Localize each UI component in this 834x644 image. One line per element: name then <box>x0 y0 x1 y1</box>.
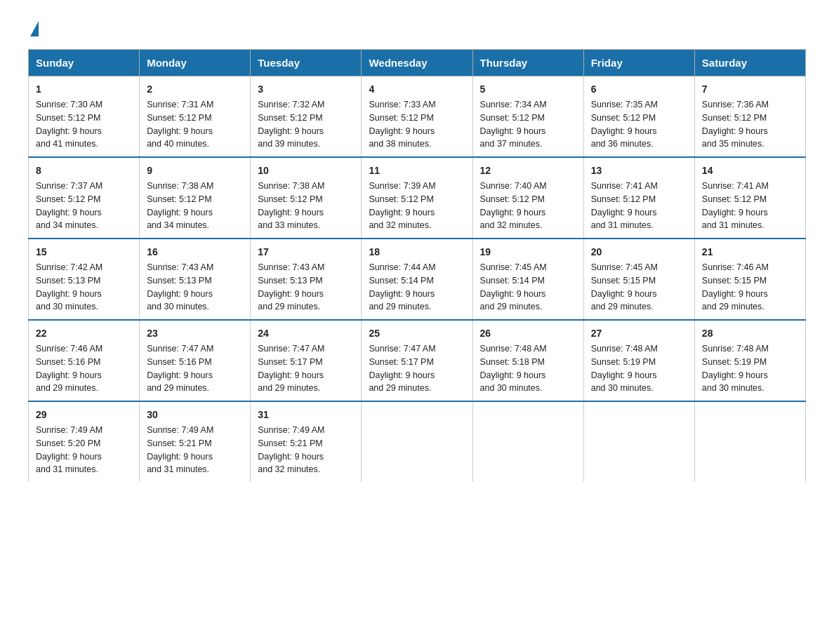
daylight-label: Daylight: 9 hours <box>258 452 324 462</box>
daylight-label: Daylight: 9 hours <box>147 370 213 380</box>
calendar-cell: 24Sunrise: 7:47 AMSunset: 5:17 PMDayligh… <box>251 320 362 401</box>
day-number: 10 <box>258 163 354 178</box>
calendar-cell: 14Sunrise: 7:41 AMSunset: 5:12 PMDayligh… <box>694 157 805 239</box>
calendar-cell: 11Sunrise: 7:39 AMSunset: 5:12 PMDayligh… <box>362 157 472 239</box>
calendar-cell: 29Sunrise: 7:49 AMSunset: 5:20 PMDayligh… <box>29 401 140 482</box>
calendar-cell: 25Sunrise: 7:47 AMSunset: 5:17 PMDayligh… <box>362 320 472 401</box>
sunset-label: Sunset: 5:12 PM <box>369 113 433 123</box>
day-number: 17 <box>258 245 354 260</box>
day-number: 4 <box>369 82 465 97</box>
daylight-label: Daylight: 9 hours <box>702 208 768 217</box>
sunrise-label: Sunrise: 7:35 AM <box>591 100 658 109</box>
daylight-minutes: and 31 minutes. <box>702 220 764 230</box>
daylight-label: Daylight: 9 hours <box>369 126 435 136</box>
sunset-label: Sunset: 5:12 PM <box>480 194 545 204</box>
daylight-label: Daylight: 9 hours <box>702 370 768 380</box>
daylight-minutes: and 37 minutes. <box>480 139 543 149</box>
daylight-label: Daylight: 9 hours <box>36 370 102 380</box>
day-number: 9 <box>147 163 243 178</box>
daylight-minutes: and 30 minutes. <box>36 302 98 311</box>
logo <box>28 21 39 35</box>
calendar-cell: 30Sunrise: 7:49 AMSunset: 5:21 PMDayligh… <box>140 401 251 482</box>
calendar-cell: 18Sunrise: 7:44 AMSunset: 5:14 PMDayligh… <box>362 239 472 320</box>
sunset-label: Sunset: 5:15 PM <box>591 276 656 286</box>
sunrise-label: Sunrise: 7:49 AM <box>258 425 324 435</box>
sunset-label: Sunset: 5:16 PM <box>147 357 211 367</box>
calendar-cell <box>362 401 472 482</box>
calendar-cell: 2Sunrise: 7:31 AMSunset: 5:12 PMDaylight… <box>140 76 251 158</box>
sunrise-label: Sunrise: 7:45 AM <box>480 262 547 272</box>
calendar-cell: 22Sunrise: 7:46 AMSunset: 5:16 PMDayligh… <box>29 320 140 401</box>
daylight-minutes: and 29 minutes. <box>36 383 98 393</box>
sunset-label: Sunset: 5:20 PM <box>36 438 100 448</box>
calendar-cell <box>583 401 694 482</box>
sunrise-label: Sunrise: 7:33 AM <box>369 100 435 109</box>
daylight-label: Daylight: 9 hours <box>591 289 657 299</box>
daylight-minutes: and 29 minutes. <box>591 302 654 311</box>
calendar-cell: 13Sunrise: 7:41 AMSunset: 5:12 PMDayligh… <box>583 157 694 239</box>
daylight-minutes: and 38 minutes. <box>369 139 431 149</box>
sunset-label: Sunset: 5:17 PM <box>258 357 322 367</box>
sunset-label: Sunset: 5:12 PM <box>258 194 322 204</box>
sunrise-label: Sunrise: 7:34 AM <box>480 100 547 109</box>
day-number: 8 <box>36 163 132 178</box>
sunrise-label: Sunrise: 7:49 AM <box>147 425 213 435</box>
day-number: 5 <box>480 82 576 97</box>
daylight-label: Daylight: 9 hours <box>36 208 102 217</box>
sunset-label: Sunset: 5:12 PM <box>480 113 545 123</box>
daylight-minutes: and 30 minutes. <box>591 383 654 393</box>
calendar-cell: 26Sunrise: 7:48 AMSunset: 5:18 PMDayligh… <box>472 320 583 401</box>
calendar-cell: 4Sunrise: 7:33 AMSunset: 5:12 PMDaylight… <box>362 76 472 158</box>
sunrise-label: Sunrise: 7:45 AM <box>591 262 658 272</box>
sunrise-label: Sunrise: 7:38 AM <box>258 181 324 191</box>
daylight-minutes: and 29 minutes. <box>258 302 320 311</box>
day-number: 24 <box>258 326 354 341</box>
calendar-cell: 19Sunrise: 7:45 AMSunset: 5:14 PMDayligh… <box>472 239 583 320</box>
daylight-minutes: and 32 minutes. <box>258 464 320 474</box>
daylight-label: Daylight: 9 hours <box>702 126 768 136</box>
daylight-label: Daylight: 9 hours <box>258 370 324 380</box>
day-number: 20 <box>591 245 687 260</box>
day-number: 11 <box>369 163 465 178</box>
sunset-label: Sunset: 5:19 PM <box>591 357 656 367</box>
header-wednesday: Wednesday <box>362 50 472 76</box>
daylight-minutes: and 31 minutes. <box>147 464 209 474</box>
daylight-minutes: and 32 minutes. <box>369 220 431 230</box>
calendar-cell: 3Sunrise: 7:32 AMSunset: 5:12 PMDaylight… <box>251 76 362 158</box>
day-number: 25 <box>369 326 465 341</box>
sunrise-label: Sunrise: 7:40 AM <box>480 181 547 191</box>
daylight-label: Daylight: 9 hours <box>258 289 324 299</box>
daylight-minutes: and 34 minutes. <box>147 220 209 230</box>
daylight-label: Daylight: 9 hours <box>591 126 657 136</box>
sunrise-label: Sunrise: 7:42 AM <box>36 262 102 272</box>
calendar-cell: 31Sunrise: 7:49 AMSunset: 5:21 PMDayligh… <box>251 401 362 482</box>
calendar-header-row: SundayMondayTuesdayWednesdayThursdayFrid… <box>29 50 806 76</box>
sunset-label: Sunset: 5:13 PM <box>258 276 322 286</box>
day-number: 13 <box>591 163 687 178</box>
sunrise-label: Sunrise: 7:39 AM <box>369 181 435 191</box>
calendar-cell: 16Sunrise: 7:43 AMSunset: 5:13 PMDayligh… <box>140 239 251 320</box>
daylight-minutes: and 41 minutes. <box>36 139 98 149</box>
sunrise-label: Sunrise: 7:46 AM <box>36 344 102 354</box>
sunset-label: Sunset: 5:12 PM <box>369 194 433 204</box>
sunrise-label: Sunrise: 7:36 AM <box>702 100 769 109</box>
sunrise-label: Sunrise: 7:30 AM <box>36 100 102 109</box>
week-row-3: 15Sunrise: 7:42 AMSunset: 5:13 PMDayligh… <box>29 239 806 320</box>
daylight-label: Daylight: 9 hours <box>258 126 324 136</box>
sunset-label: Sunset: 5:14 PM <box>480 276 545 286</box>
calendar-cell: 21Sunrise: 7:46 AMSunset: 5:15 PMDayligh… <box>694 239 805 320</box>
calendar-cell: 17Sunrise: 7:43 AMSunset: 5:13 PMDayligh… <box>251 239 362 320</box>
daylight-minutes: and 34 minutes. <box>36 220 98 230</box>
sunrise-label: Sunrise: 7:43 AM <box>258 262 324 272</box>
day-number: 15 <box>36 245 132 260</box>
calendar-cell: 9Sunrise: 7:38 AMSunset: 5:12 PMDaylight… <box>140 157 251 239</box>
daylight-label: Daylight: 9 hours <box>591 208 657 217</box>
sunrise-label: Sunrise: 7:47 AM <box>369 344 435 354</box>
day-number: 6 <box>591 82 687 97</box>
calendar-table: SundayMondayTuesdayWednesdayThursdayFrid… <box>28 49 806 482</box>
daylight-minutes: and 30 minutes. <box>702 383 764 393</box>
daylight-minutes: and 35 minutes. <box>702 139 764 149</box>
sunrise-label: Sunrise: 7:47 AM <box>147 344 213 354</box>
daylight-label: Daylight: 9 hours <box>702 289 768 299</box>
day-number: 3 <box>258 82 354 97</box>
